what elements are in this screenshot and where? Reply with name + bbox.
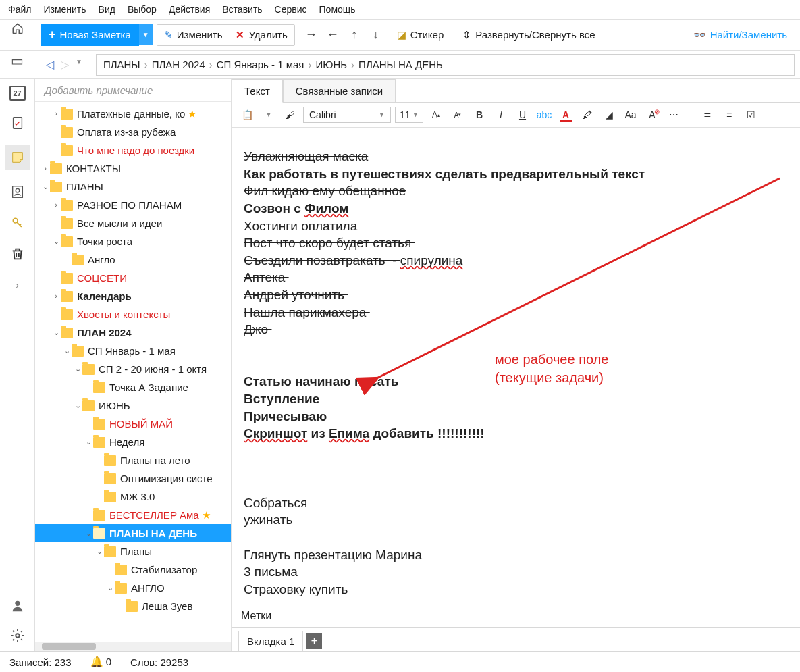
new-note-button[interactable]: + Новая Заметка: [41, 24, 139, 46]
tree-item[interactable]: ⌄Планы: [35, 542, 231, 561]
tab-text[interactable]: Текст: [232, 79, 283, 103]
tree-item[interactable]: ⌄СП Январь - 1 мая: [35, 342, 231, 360]
user-icon[interactable]: [9, 597, 26, 615]
highlight-icon[interactable]: 🖍: [579, 107, 596, 123]
tree-twisty-icon[interactable]: ›: [41, 163, 50, 174]
edit-button[interactable]: ✎ Изменить: [157, 25, 230, 45]
tree-twisty-icon[interactable]: ›: [51, 200, 61, 210]
nav-left-arrow[interactable]: ←: [323, 26, 342, 45]
tree-item[interactable]: Англо: [35, 251, 231, 269]
editor-line[interactable]: Джо: [244, 321, 788, 338]
trash-icon[interactable]: [9, 245, 26, 263]
tab-linked[interactable]: Связанные записи: [283, 79, 396, 102]
tree-twisty-icon[interactable]: ⌄: [95, 546, 104, 557]
breadcrumb-item[interactable]: СП Январь - 1 мая: [217, 59, 304, 70]
editor-line[interactable]: [244, 529, 788, 546]
editor-line[interactable]: Фил кидаю ему обещанное: [244, 182, 788, 200]
underline-icon[interactable]: U: [514, 107, 531, 123]
tree-item[interactable]: ⌄АНГЛО: [35, 579, 231, 597]
paste-dropdown-icon[interactable]: ▼: [260, 107, 277, 123]
editor[interactable]: Увлажняющая маскаКак работать в путешест…: [232, 128, 800, 604]
tree-twisty-icon[interactable]: ⌄: [41, 182, 50, 192]
clipboard-check-icon[interactable]: [9, 114, 26, 132]
tree-twisty-icon[interactable]: ⌄: [51, 328, 61, 338]
format-painter-icon[interactable]: 🖌: [282, 107, 299, 123]
editor-line[interactable]: Андрей уточнить: [244, 286, 788, 304]
editor-line[interactable]: Скриншот из Епима добавить !!!!!!!!!!!: [244, 425, 788, 442]
menu-actions[interactable]: Действия: [169, 4, 210, 15]
horizontal-scrollbar[interactable]: [35, 642, 231, 651]
font-select[interactable]: Calibri▼: [303, 107, 391, 123]
editor-line[interactable]: [244, 477, 788, 494]
history-fwd-icon[interactable]: ▷: [61, 58, 69, 71]
tree-item[interactable]: ›КОНТАКТЫ: [35, 159, 231, 178]
calendar-icon[interactable]: 27: [9, 86, 26, 101]
chevron-right-icon[interactable]: ›: [9, 276, 26, 294]
paste-icon[interactable]: 📋: [238, 107, 256, 123]
menu-file[interactable]: Файл: [8, 4, 31, 15]
strike-icon[interactable]: abc: [535, 107, 553, 123]
tree-item[interactable]: Все мысли и идеи: [35, 214, 231, 232]
bold-icon[interactable]: B: [471, 107, 488, 123]
tree-item[interactable]: Оплата из-за рубежа: [35, 123, 231, 141]
tree-item[interactable]: МЖ 3.0: [35, 488, 231, 506]
font-color-icon[interactable]: A: [557, 107, 575, 123]
editor-line[interactable]: Как работать в путешествиях сделать пред…: [244, 165, 788, 183]
menu-edit[interactable]: Изменить: [43, 4, 86, 15]
menu-insert[interactable]: Вставить: [222, 4, 262, 15]
tree-item[interactable]: Леша Зуев: [35, 597, 231, 615]
change-case-icon[interactable]: Aa: [622, 107, 639, 123]
menu-help[interactable]: Помощь: [319, 4, 356, 15]
tree-item[interactable]: Точка А Задание: [35, 378, 231, 396]
tree-twisty-icon[interactable]: ⌄: [51, 236, 61, 247]
editor-line[interactable]: 3 письма: [244, 563, 788, 581]
history-dropdown-icon[interactable]: ▼: [76, 58, 82, 71]
breadcrumb-item[interactable]: ПЛАНЫ: [103, 59, 140, 70]
editor-line[interactable]: Увлажняющая маска: [244, 148, 788, 165]
find-replace-button[interactable]: 👓 Найти/Заменить: [686, 24, 795, 46]
tree-twisty-icon[interactable]: ›: [51, 291, 61, 301]
status-bell[interactable]: 🔔 0: [90, 656, 112, 668]
contacts-icon[interactable]: [9, 183, 26, 201]
tree-item[interactable]: ›Платежные данные, ко★: [35, 105, 231, 123]
add-note-input[interactable]: Добавить примечание: [35, 79, 231, 102]
tree-item[interactable]: Планы на лето: [35, 451, 231, 469]
shrink-font-icon[interactable]: A▾: [449, 107, 466, 123]
tree-item[interactable]: ⌄Точки роста: [35, 232, 231, 251]
tree-twisty-icon[interactable]: ⌄: [105, 583, 115, 593]
clear-format-icon[interactable]: A⊘: [643, 107, 661, 123]
editor-line[interactable]: ужинать: [244, 511, 788, 529]
add-tab-button[interactable]: +: [306, 633, 322, 649]
italic-icon[interactable]: I: [492, 107, 510, 123]
tree-item[interactable]: ⌄СП 2 - 20 июня - 1 октя: [35, 360, 231, 378]
tree-item[interactable]: ›РАЗНОЕ ПО ПЛАНАМ: [35, 196, 231, 214]
card-icon[interactable]: ▭: [9, 52, 26, 70]
history-back-icon[interactable]: ◁: [46, 58, 54, 71]
more-icon[interactable]: ⋯: [665, 107, 683, 123]
bullets-icon[interactable]: ≣: [699, 107, 716, 123]
editor-line[interactable]: Созвон с Филом: [244, 200, 788, 217]
menu-service[interactable]: Сервис: [275, 4, 307, 15]
tree-item[interactable]: ⌄Неделя: [35, 433, 231, 451]
nav-right-arrow[interactable]: →: [302, 26, 321, 45]
breadcrumb[interactable]: ПЛАНЫ› ПЛАН 2024› СП Январь - 1 мая› ИЮН…: [96, 54, 795, 76]
tree-item[interactable]: СОЦСЕТИ: [35, 269, 231, 287]
tree-item[interactable]: Что мне надо до поездки: [35, 141, 231, 159]
grow-font-icon[interactable]: A▴: [427, 107, 445, 123]
editor-line[interactable]: Вступление: [244, 390, 788, 408]
tree-item[interactable]: НОВЫЙ МАЙ: [35, 415, 231, 433]
tree-item[interactable]: Стабилизатор: [35, 561, 231, 579]
editor-line[interactable]: Собраться: [244, 494, 788, 512]
tree-twisty-icon[interactable]: ›: [51, 109, 61, 119]
tags-field[interactable]: Метки: [232, 604, 800, 627]
nav-down-arrow[interactable]: ↓: [367, 26, 385, 45]
note-tree[interactable]: ›Платежные данные, ко★Оплата из-за рубеж…: [35, 102, 231, 642]
font-size-select[interactable]: 11▼: [395, 107, 423, 123]
tree-item[interactable]: Хвосты и контексты: [35, 305, 231, 324]
menu-select[interactable]: Выбор: [128, 4, 157, 15]
new-note-dropdown[interactable]: ▼: [139, 24, 153, 45]
menu-view[interactable]: Вид: [99, 4, 115, 15]
sheet-tab-1[interactable]: Вкладка 1: [238, 631, 303, 651]
editor-line[interactable]: [244, 460, 788, 477]
tree-twisty-icon[interactable]: ⌄: [62, 346, 72, 356]
